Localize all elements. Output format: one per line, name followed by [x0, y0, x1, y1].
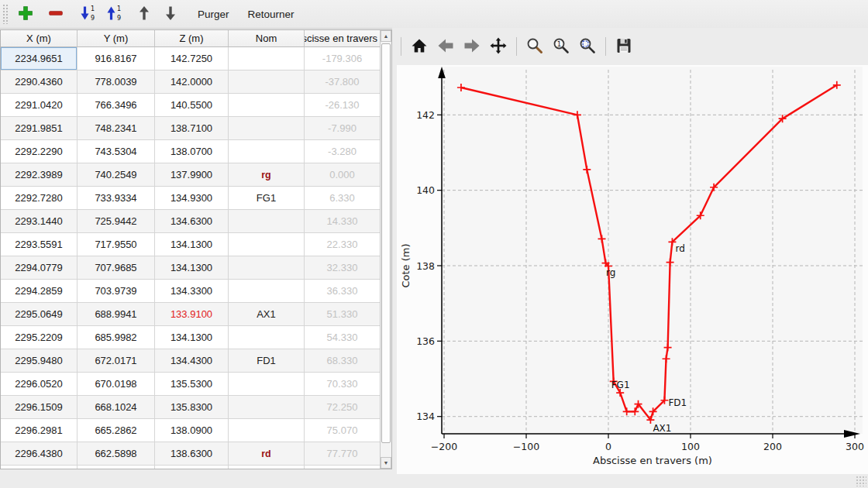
remove-row-button[interactable]: [43, 2, 68, 26]
table-cell[interactable]: FG1: [229, 187, 305, 210]
table-cell[interactable]: [229, 419, 305, 442]
table-cell[interactable]: [229, 47, 305, 70]
table-cell[interactable]: [229, 326, 305, 349]
table-cell[interactable]: 140.5500: [155, 94, 229, 117]
table-cell[interactable]: [229, 280, 305, 303]
table-cell[interactable]: 134.3300: [155, 280, 229, 303]
table-cell[interactable]: -7.990: [305, 117, 380, 140]
column-header-x[interactable]: X (m): [1, 30, 78, 47]
table-cell[interactable]: [229, 233, 305, 256]
table-cell[interactable]: 70.330: [305, 373, 380, 396]
table-cell[interactable]: 72.250: [305, 396, 380, 419]
table-cell[interactable]: [229, 396, 305, 419]
table-cell[interactable]: [229, 94, 305, 117]
table-cell[interactable]: 134.1300: [155, 256, 229, 280]
table-cell[interactable]: 2295.2209: [1, 326, 78, 349]
table-cell[interactable]: 54.330: [305, 326, 380, 349]
save-button[interactable]: [612, 34, 636, 59]
table-cell[interactable]: 68.330: [305, 349, 380, 373]
table-cell[interactable]: 685.9982: [78, 326, 155, 349]
table-cell[interactable]: [229, 140, 305, 163]
table-cell[interactable]: 135.8300: [155, 396, 229, 419]
table-cell[interactable]: 2291.0420: [1, 94, 78, 117]
table-cell[interactable]: 75.070: [305, 419, 380, 442]
table-cell[interactable]: 51.330: [305, 303, 380, 326]
table-cell[interactable]: 2296.4380: [1, 442, 78, 466]
table-scrollbar[interactable]: ▲ ▼: [380, 30, 391, 469]
table-cell[interactable]: 133.9100: [155, 303, 229, 326]
table-cell[interactable]: 2292.3989: [1, 163, 78, 187]
table-cell[interactable]: [229, 256, 305, 280]
table-cell[interactable]: 135.5300: [155, 373, 229, 396]
table-cell[interactable]: -3.280: [305, 140, 380, 163]
table-cell[interactable]: 0.000: [305, 163, 380, 187]
table-cell[interactable]: 134.4300: [155, 349, 229, 373]
table-cell[interactable]: [229, 70, 305, 94]
purge-button[interactable]: Purger: [188, 2, 239, 26]
table-cell[interactable]: 36.330: [305, 280, 380, 303]
zoom-fit-button[interactable]: [576, 34, 599, 59]
table-cell[interactable]: 665.2862: [78, 419, 155, 442]
table-cell[interactable]: [1, 466, 78, 469]
table-cell[interactable]: rd: [229, 442, 305, 466]
table-cell[interactable]: 2292.7280: [1, 187, 78, 210]
table-cell[interactable]: -26.130: [305, 94, 380, 117]
table-cell[interactable]: FD1: [229, 349, 305, 373]
table-cell[interactable]: 2294.2859: [1, 280, 78, 303]
table-cell[interactable]: 725.9442: [78, 210, 155, 233]
table-cell[interactable]: rg: [229, 163, 305, 187]
table-cell[interactable]: 6.330: [305, 187, 380, 210]
table-cell[interactable]: 134.1300: [155, 233, 229, 256]
table-cell[interactable]: [305, 466, 380, 469]
table-cell[interactable]: 2296.2981: [1, 419, 78, 442]
table-cell[interactable]: 916.8167: [78, 47, 155, 70]
table-cell[interactable]: 138.0700: [155, 140, 229, 163]
table-cell[interactable]: 138.6300: [155, 442, 229, 466]
table-cell[interactable]: 2293.1440: [1, 210, 78, 233]
window-resize-grip[interactable]: [856, 476, 866, 486]
table-cell[interactable]: 766.3496: [78, 94, 155, 117]
zoom-rect-button[interactable]: [523, 34, 546, 59]
home-button[interactable]: [408, 34, 431, 59]
scrollbar-thumb[interactable]: [381, 43, 391, 443]
table-cell[interactable]: 142.0000: [155, 70, 229, 94]
table-cell[interactable]: 134.6300: [155, 210, 229, 233]
table-cell[interactable]: 134.9300: [155, 187, 229, 210]
table-cell[interactable]: 2293.5591: [1, 233, 78, 256]
table-cell[interactable]: [229, 210, 305, 233]
table-cell[interactable]: 2291.9851: [1, 117, 78, 140]
move-up-button[interactable]: [132, 2, 157, 26]
return-button[interactable]: Retourner: [239, 2, 304, 26]
table-cell[interactable]: 672.0171: [78, 349, 155, 373]
table-cell[interactable]: 717.9550: [78, 233, 155, 256]
table-cell[interactable]: 2294.0779: [1, 256, 78, 280]
table-cell[interactable]: -179.306: [305, 47, 380, 70]
pan-button[interactable]: [487, 34, 510, 59]
forward-button[interactable]: [460, 34, 484, 59]
table-cell[interactable]: [229, 466, 305, 469]
table-cell[interactable]: 662.5898: [78, 442, 155, 466]
table-cell[interactable]: [229, 373, 305, 396]
table-cell[interactable]: 688.9941: [78, 303, 155, 326]
table-cell[interactable]: 137.9900: [155, 163, 229, 187]
table-cell[interactable]: 668.1024: [78, 396, 155, 419]
table-cell[interactable]: 134.1300: [155, 326, 229, 349]
column-header-abscisse[interactable]: Abscisse en travers: [305, 30, 380, 47]
table-cell[interactable]: 77.770: [305, 442, 380, 466]
back-button[interactable]: [434, 34, 457, 59]
table-cell[interactable]: 740.2549: [78, 163, 155, 187]
plot-canvas[interactable]: −200−1000100200300134136138140142Absciss…: [397, 65, 868, 474]
table-cell[interactable]: 748.2341: [78, 117, 155, 140]
table-cell[interactable]: 142.7250: [155, 47, 229, 70]
move-down-button[interactable]: [158, 2, 183, 26]
table-cell[interactable]: 2295.9480: [1, 349, 78, 373]
table-cell[interactable]: 32.330: [305, 256, 380, 280]
table-cell[interactable]: 707.9685: [78, 256, 155, 280]
table-cell[interactable]: AX1: [229, 303, 305, 326]
table-cell[interactable]: 2296.0520: [1, 373, 78, 396]
table-cell[interactable]: 778.0039: [78, 70, 155, 94]
column-header-nom[interactable]: Nom: [229, 30, 305, 47]
table-cell[interactable]: 138.0900: [155, 419, 229, 442]
table-cell[interactable]: 743.5304: [78, 140, 155, 163]
table-cell[interactable]: 2296.1509: [1, 396, 78, 419]
